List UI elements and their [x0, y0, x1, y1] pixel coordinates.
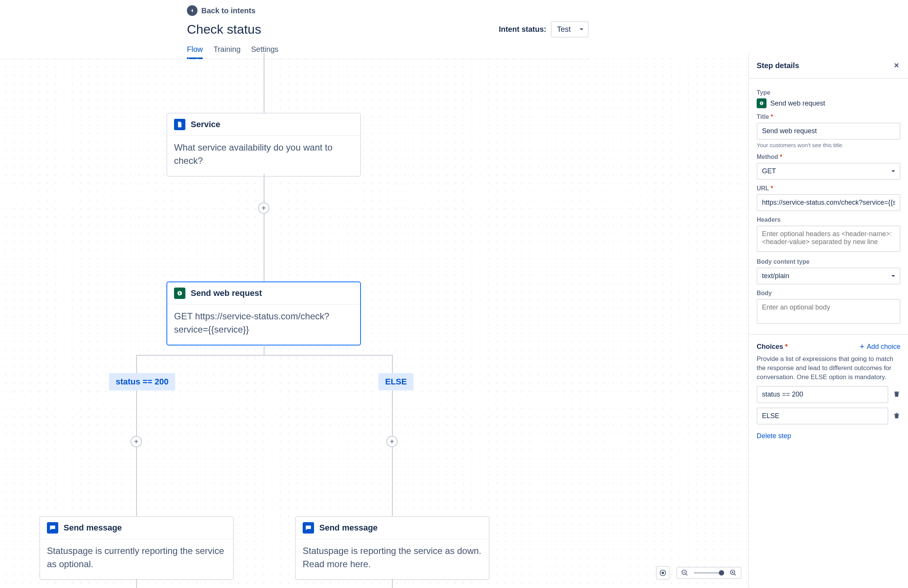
- node-send-web-request[interactable]: Send web request GET https://service-sta…: [166, 282, 361, 345]
- title-hint: Your customers won't see this title.: [757, 142, 900, 148]
- branch-label-status-200[interactable]: status == 200: [109, 373, 175, 390]
- choices-description: Provide a list of expressions that going…: [757, 354, 900, 382]
- trash-icon[interactable]: [893, 412, 900, 420]
- url-label: URL *: [757, 185, 900, 192]
- type-label: Type: [757, 89, 900, 96]
- close-icon[interactable]: ×: [892, 60, 900, 71]
- step-details-panel: Step details × Type Send web request Tit…: [749, 53, 908, 588]
- headers-input[interactable]: [757, 226, 900, 252]
- body-type-label: Body content type: [757, 258, 900, 265]
- web-request-icon: [174, 288, 185, 299]
- node-title: Send message: [64, 523, 122, 533]
- title-input[interactable]: [757, 122, 900, 140]
- url-input[interactable]: [757, 194, 900, 211]
- svg-point-0: [662, 572, 664, 574]
- zoom-out-button[interactable]: [681, 569, 689, 577]
- node-body: Statuspage is reporting the service as d…: [296, 539, 489, 579]
- back-to-intents-link[interactable]: Back to intents: [187, 5, 255, 16]
- page-title: Check status: [187, 22, 261, 37]
- delete-step-link[interactable]: Delete step: [757, 432, 791, 440]
- type-value: Send web request: [770, 100, 825, 108]
- body-label: Body: [757, 290, 900, 296]
- node-title: Service: [191, 119, 220, 129]
- branch-label-else[interactable]: ELSE: [378, 373, 414, 390]
- title-label: Title *: [757, 113, 900, 120]
- node-send-message-left[interactable]: Send message Statuspage is currently rep…: [39, 516, 234, 580]
- body-input[interactable]: [757, 299, 900, 324]
- zoom-in-button[interactable]: [729, 569, 737, 577]
- node-service[interactable]: Service What service availability do you…: [166, 113, 361, 177]
- node-title: Send message: [319, 523, 378, 533]
- body-type-select[interactable]: text/plain: [757, 267, 900, 285]
- method-select[interactable]: GET: [757, 163, 900, 180]
- message-icon: [47, 522, 58, 533]
- back-label: Back to intents: [201, 6, 255, 15]
- zoom-slider[interactable]: [694, 572, 724, 574]
- node-body: GET https://service-status.com/check?ser…: [167, 304, 360, 345]
- headers-label: Headers: [757, 216, 900, 223]
- node-body: What service availability do you want to…: [167, 136, 360, 176]
- arrow-left-icon: [187, 5, 198, 16]
- choice-input[interactable]: [757, 386, 888, 403]
- add-step-button[interactable]: +: [258, 203, 269, 214]
- trash-icon[interactable]: [893, 390, 900, 399]
- locate-button[interactable]: [656, 566, 670, 580]
- add-step-button[interactable]: +: [386, 436, 398, 447]
- message-icon: [303, 522, 314, 533]
- node-body: Statuspage is currently reporting the se…: [40, 539, 233, 579]
- choices-label: Choices *: [757, 343, 788, 351]
- add-choice-button[interactable]: +Add choice: [860, 342, 900, 351]
- intent-status-label: Intent status:: [499, 25, 546, 34]
- panel-title: Step details: [757, 61, 799, 70]
- method-label: Method *: [757, 154, 900, 160]
- choice-input[interactable]: [757, 408, 888, 425]
- node-send-message-right[interactable]: Send message Statuspage is reporting the…: [295, 516, 489, 580]
- node-title: Send web request: [191, 288, 262, 298]
- intent-status-select[interactable]: Test: [551, 21, 589, 37]
- add-step-button[interactable]: +: [130, 436, 142, 447]
- web-request-icon: [757, 98, 766, 108]
- document-icon: [174, 119, 185, 130]
